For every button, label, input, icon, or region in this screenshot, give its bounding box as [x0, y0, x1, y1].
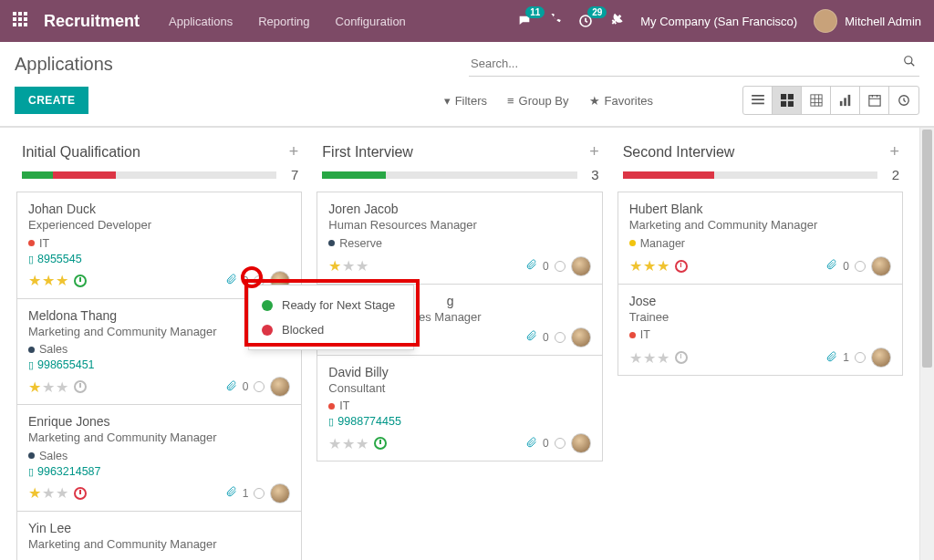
kanban-card[interactable]: David BillyConsultantIT▯9988774455★★★ 0: [317, 356, 602, 462]
app-brand[interactable]: Recruitment: [44, 12, 140, 31]
star-icon[interactable]: ★: [643, 349, 656, 367]
state-ready[interactable]: Ready for Next Stage: [260, 293, 402, 317]
star-icon[interactable]: ★: [657, 349, 669, 367]
priority-stars[interactable]: ★★★: [629, 349, 688, 367]
nav-applications[interactable]: Applications: [169, 15, 233, 28]
attachment-icon[interactable]: [826, 259, 837, 273]
attachment-icon[interactable]: [226, 274, 237, 287]
phone-link[interactable]: ▯8955545: [28, 253, 290, 265]
user-menu[interactable]: Mitchell Admin: [814, 9, 921, 33]
star-icon[interactable]: ★: [356, 435, 368, 452]
phone-link[interactable]: ▯9963214587: [28, 465, 290, 478]
star-icon[interactable]: ★: [56, 379, 68, 396]
priority-stars[interactable]: ★★★: [28, 379, 87, 396]
assignee-avatar[interactable]: [871, 256, 891, 276]
pivot-view-button[interactable]: [802, 87, 831, 114]
search-input[interactable]: [469, 51, 919, 77]
nav-configuration[interactable]: Configuration: [336, 15, 406, 28]
groupby-button[interactable]: ≡ Group By: [507, 94, 569, 108]
kanban-state-button[interactable]: [254, 488, 265, 499]
nav-reporting[interactable]: Reporting: [258, 15, 309, 28]
vertical-scrollbar[interactable]: [919, 128, 934, 560]
state-blocked[interactable]: Blocked: [260, 317, 402, 342]
attachment-icon[interactable]: [526, 259, 537, 273]
activity-clock-icon[interactable]: [675, 351, 688, 364]
kanban-state-button[interactable]: [555, 438, 566, 449]
attachment-icon[interactable]: [526, 437, 537, 451]
priority-stars[interactable]: ★★★: [629, 257, 688, 275]
star-icon[interactable]: ★: [342, 257, 355, 275]
star-icon[interactable]: ★: [42, 484, 55, 502]
star-icon[interactable]: ★: [42, 379, 55, 396]
assignee-avatar[interactable]: [571, 433, 591, 453]
tag-dot-icon: [28, 452, 35, 459]
list-view-button[interactable]: [743, 87, 773, 114]
assignee-avatar[interactable]: [270, 377, 290, 397]
star-icon[interactable]: ★: [657, 257, 669, 275]
column-progressbar[interactable]: [22, 171, 276, 179]
activities-icon[interactable]: 29: [578, 14, 593, 28]
kanban-state-button[interactable]: [855, 352, 866, 363]
kanban-card[interactable]: Hubert BlankMarketing and Community Mana…: [617, 192, 903, 285]
quick-create-icon[interactable]: +: [289, 142, 299, 161]
search-icon[interactable]: [903, 55, 916, 70]
attachment-icon[interactable]: [526, 330, 537, 344]
attachment-icon[interactable]: [826, 351, 837, 365]
star-icon[interactable]: ★: [28, 272, 41, 289]
assignee-avatar[interactable]: [571, 256, 591, 276]
quick-create-icon[interactable]: +: [589, 142, 599, 161]
column-progressbar[interactable]: [322, 171, 576, 179]
phone-icon[interactable]: [549, 14, 562, 29]
star-icon[interactable]: ★: [328, 257, 341, 275]
activity-clock-icon[interactable]: [74, 487, 87, 500]
kanban-card[interactable]: Yin LeeMarketing and Community Manager: [16, 512, 302, 561]
apps-icon[interactable]: [13, 12, 27, 31]
star-icon[interactable]: ★: [28, 484, 41, 502]
priority-stars[interactable]: ★★★: [28, 484, 87, 502]
phone-link[interactable]: ▯9988774455: [328, 415, 590, 428]
star-icon[interactable]: ★: [356, 257, 368, 275]
activity-view-button[interactable]: [889, 87, 918, 114]
column-progressbar[interactable]: [623, 171, 877, 179]
star-icon[interactable]: ★: [328, 435, 341, 452]
star-icon[interactable]: ★: [56, 272, 68, 289]
messaging-icon[interactable]: 11: [516, 14, 533, 28]
activity-clock-icon[interactable]: [74, 275, 87, 287]
assignee-avatar[interactable]: [270, 483, 290, 503]
star-icon[interactable]: ★: [342, 435, 355, 452]
kanban-card[interactable]: Johan DuckExperienced DeveloperIT▯895554…: [16, 192, 302, 299]
company-switcher[interactable]: My Company (San Francisco): [640, 15, 797, 28]
activity-clock-icon[interactable]: [675, 260, 688, 273]
create-button[interactable]: CREATE: [15, 87, 88, 114]
assignee-avatar[interactable]: [871, 347, 891, 368]
kanban-card[interactable]: JoseTraineeIT★★★ 1: [617, 285, 903, 377]
kanban-state-button[interactable]: [254, 381, 265, 392]
star-icon[interactable]: ★: [42, 272, 55, 289]
attachment-icon[interactable]: [226, 486, 237, 500]
kanban-state-button[interactable]: [555, 261, 566, 272]
activity-clock-icon[interactable]: [74, 380, 87, 393]
star-icon[interactable]: ★: [629, 257, 642, 275]
star-icon[interactable]: ★: [56, 484, 68, 502]
filters-button[interactable]: ▾ Filters: [444, 94, 487, 108]
priority-stars[interactable]: ★★★: [328, 257, 368, 275]
priority-stars[interactable]: ★★★: [328, 435, 387, 452]
kanban-view-button[interactable]: [773, 87, 802, 114]
kanban-card[interactable]: Joren JacobHuman Resources ManagerReserv…: [317, 192, 602, 285]
attachment-icon[interactable]: [226, 380, 237, 394]
star-icon[interactable]: ★: [28, 379, 41, 396]
graph-view-button[interactable]: [831, 87, 860, 114]
star-icon[interactable]: ★: [629, 349, 642, 367]
priority-stars[interactable]: ★★★: [28, 272, 87, 289]
kanban-card[interactable]: Enrique JonesMarketing and Community Man…: [16, 405, 302, 512]
kanban-state-button[interactable]: [555, 332, 566, 343]
favorites-button[interactable]: ★ Favorites: [589, 94, 653, 108]
star-icon[interactable]: ★: [643, 257, 656, 275]
activity-clock-icon[interactable]: [374, 437, 387, 450]
phone-link[interactable]: ▯998655451: [28, 358, 290, 371]
calendar-view-button[interactable]: [860, 87, 889, 114]
assignee-avatar[interactable]: [571, 327, 591, 347]
debug-icon[interactable]: [609, 13, 624, 30]
kanban-state-button[interactable]: [855, 261, 866, 272]
quick-create-icon[interactable]: +: [889, 142, 899, 161]
